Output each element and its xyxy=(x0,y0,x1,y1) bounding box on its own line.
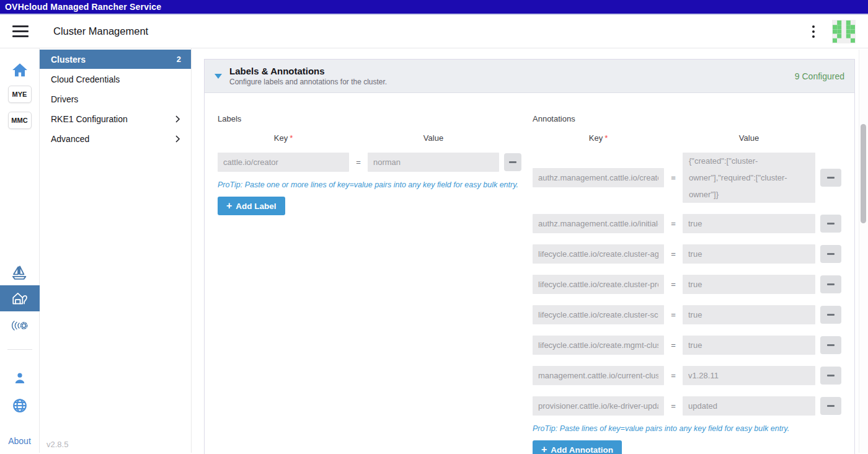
annotation-key-input[interactable] xyxy=(533,168,664,187)
panel-subtitle: Configure labels and annotations for the… xyxy=(229,78,387,86)
hamburger-menu-icon[interactable] xyxy=(12,25,29,37)
subnav-item-rke1-configuration[interactable]: RKE1 Configuration xyxy=(40,109,191,128)
required-asterisk: * xyxy=(290,133,293,143)
labels-annotations-accordion-header[interactable]: Labels & Annotations Configure labels an… xyxy=(205,60,854,93)
add-label-button[interactable]: + Add Label xyxy=(218,197,285,215)
subnav-item-clusters[interactable]: Clusters 2 xyxy=(40,50,191,69)
annotation-key-input[interactable] xyxy=(533,244,664,264)
user-icon[interactable] xyxy=(12,371,27,386)
virtualization-icon[interactable] xyxy=(11,319,29,332)
minus-icon xyxy=(827,314,835,316)
required-asterisk: * xyxy=(604,133,608,143)
annotation-row: = xyxy=(533,366,841,385)
subnav-item-label: Clusters xyxy=(51,55,86,65)
annotation-key-input[interactable] xyxy=(533,275,664,294)
secondary-nav: Clusters 2 Cloud Credentials Drivers RKE… xyxy=(40,48,192,453)
labels-protip: ProTip: Paste one or more lines of key=v… xyxy=(218,180,519,189)
subnav-item-drivers[interactable]: Drivers xyxy=(40,89,191,109)
cluster-shortcut-mmc[interactable]: MMC xyxy=(8,112,32,129)
annotation-value-input[interactable] xyxy=(683,214,815,233)
equals-sign: = xyxy=(669,173,678,182)
annotation-value-input[interactable] xyxy=(683,244,815,264)
configured-count-badge: 9 Configured xyxy=(795,71,844,81)
equals-sign: = xyxy=(669,371,678,380)
minus-icon xyxy=(827,405,835,407)
version-label: v2.8.5 xyxy=(46,440,68,449)
labels-key-header: Key* xyxy=(218,133,349,143)
remove-annotation-button[interactable] xyxy=(820,336,841,354)
subnav-item-label: Drivers xyxy=(51,94,78,104)
remove-annotation-button[interactable] xyxy=(820,169,841,187)
top-banner: OVHcloud Managed Rancher Service xyxy=(0,0,868,15)
label-value-input[interactable] xyxy=(368,153,499,172)
remove-annotation-button[interactable] xyxy=(820,215,841,233)
equals-sign: = xyxy=(669,280,678,289)
main-content: Labels & Annotations Configure labels an… xyxy=(192,48,868,453)
annotation-value-input[interactable] xyxy=(683,396,815,416)
annotations-heading: Annotations xyxy=(533,114,841,123)
cluster-count-badge: 2 xyxy=(177,55,181,64)
annotation-row: = {"created":["cluster-owner"],"required… xyxy=(533,153,841,203)
chevron-right-icon xyxy=(174,115,181,123)
subnav-item-cloud-credentials[interactable]: Cloud Credentials xyxy=(40,69,191,89)
subnav-item-advanced[interactable]: Advanced xyxy=(40,129,191,148)
kebab-menu-icon[interactable] xyxy=(810,23,817,40)
annotation-row: = xyxy=(533,244,841,264)
fleet-sailboat-icon[interactable] xyxy=(11,264,29,282)
annotations-protip: ProTip: Paste lines of key=value pairs i… xyxy=(533,424,841,433)
equals-sign: = xyxy=(354,158,363,167)
page: OVHcloud Managed Rancher Service Cluster… xyxy=(0,0,868,453)
page-scrollbar-thumb[interactable] xyxy=(861,124,866,223)
about-link[interactable]: About xyxy=(8,436,31,446)
home-icon[interactable] xyxy=(12,63,28,78)
annotation-value-input[interactable] xyxy=(683,336,815,355)
annotation-key-input[interactable] xyxy=(533,305,664,324)
equals-sign: = xyxy=(669,219,678,228)
cluster-management-icon[interactable] xyxy=(0,285,40,311)
labels-value-header: Value xyxy=(368,133,499,143)
remove-annotation-button[interactable] xyxy=(820,275,841,293)
panel-title: Labels & Annotations xyxy=(229,66,387,78)
minus-icon xyxy=(509,161,516,163)
top-banner-title: OVHcloud Managed Rancher Service xyxy=(5,2,161,12)
rail-divider xyxy=(7,349,32,350)
label-key-input[interactable] xyxy=(218,153,349,172)
annotation-row: = xyxy=(533,396,841,416)
equals-sign: = xyxy=(669,340,678,350)
annotation-row: = xyxy=(533,305,841,324)
remove-annotation-button[interactable] xyxy=(820,245,841,263)
remove-annotation-button[interactable] xyxy=(820,306,841,324)
annotation-key-input[interactable] xyxy=(533,366,664,385)
globe-icon[interactable] xyxy=(12,398,28,414)
annotation-key-input[interactable] xyxy=(533,214,664,233)
minus-icon xyxy=(827,253,835,255)
remove-annotation-button[interactable] xyxy=(820,367,841,385)
minus-icon xyxy=(827,223,835,225)
annotation-value-input[interactable] xyxy=(683,305,815,324)
labels-annotations-panel: Labels & Annotations Configure labels an… xyxy=(204,59,855,454)
annotation-value-textarea[interactable]: {"created":["cluster-owner"],"required":… xyxy=(683,153,815,203)
subnav-item-label: Cloud Credentials xyxy=(51,74,120,84)
chevron-right-icon xyxy=(174,135,181,143)
annotation-row: = xyxy=(533,275,841,294)
subnav-item-label: Advanced xyxy=(51,134,89,144)
annotation-row: = xyxy=(533,336,841,355)
user-avatar[interactable] xyxy=(832,20,856,43)
remove-annotation-button[interactable] xyxy=(820,397,841,415)
label-row: = xyxy=(218,153,519,172)
app-header: Cluster Management xyxy=(0,15,868,48)
annotation-value-input[interactable] xyxy=(683,275,815,294)
annotation-key-input[interactable] xyxy=(533,396,664,416)
cluster-shortcut-mye[interactable]: MYE xyxy=(8,86,32,103)
annotation-row: = xyxy=(533,214,841,233)
remove-label-button[interactable] xyxy=(504,153,521,171)
page-scrollbar-track[interactable] xyxy=(859,50,868,453)
collapse-caret-icon xyxy=(215,74,222,79)
icon-rail: MYE MMC xyxy=(0,48,40,453)
add-annotation-button[interactable]: + Add Annotation xyxy=(533,440,622,454)
annotation-key-input[interactable] xyxy=(533,336,664,355)
equals-sign: = xyxy=(669,401,678,411)
page-title: Cluster Management xyxy=(53,25,148,37)
annotation-value-input[interactable] xyxy=(683,366,815,385)
annotations-column: Annotations Key* Value xyxy=(533,105,841,454)
